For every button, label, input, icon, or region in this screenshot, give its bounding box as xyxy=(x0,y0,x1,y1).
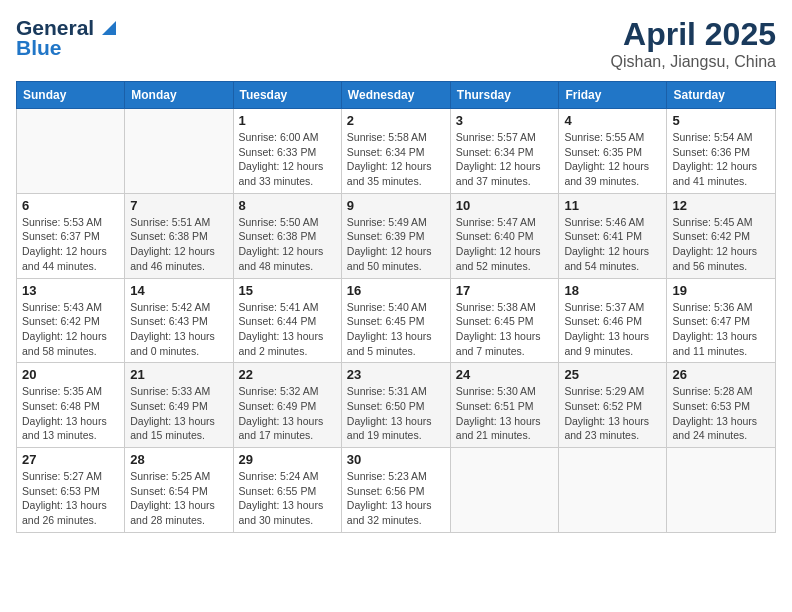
cell-sun-info: Sunrise: 5:46 AMSunset: 6:41 PMDaylight:… xyxy=(564,215,661,274)
cell-day-number: 28 xyxy=(130,452,227,467)
calendar-cell: 23Sunrise: 5:31 AMSunset: 6:50 PMDayligh… xyxy=(341,363,450,448)
cell-day-number: 12 xyxy=(672,198,770,213)
cell-day-number: 13 xyxy=(22,283,119,298)
weekday-header: Saturday xyxy=(667,82,776,109)
calendar-cell: 26Sunrise: 5:28 AMSunset: 6:53 PMDayligh… xyxy=(667,363,776,448)
calendar-cell: 4Sunrise: 5:55 AMSunset: 6:35 PMDaylight… xyxy=(559,109,667,194)
cell-day-number: 8 xyxy=(239,198,336,213)
cell-sun-info: Sunrise: 5:38 AMSunset: 6:45 PMDaylight:… xyxy=(456,300,554,359)
cell-sun-info: Sunrise: 5:35 AMSunset: 6:48 PMDaylight:… xyxy=(22,384,119,443)
cell-day-number: 29 xyxy=(239,452,336,467)
cell-day-number: 15 xyxy=(239,283,336,298)
svg-marker-0 xyxy=(102,21,116,35)
cell-sun-info: Sunrise: 5:43 AMSunset: 6:42 PMDaylight:… xyxy=(22,300,119,359)
cell-day-number: 2 xyxy=(347,113,445,128)
page-title: April 2025 xyxy=(611,16,776,53)
weekday-header: Monday xyxy=(125,82,233,109)
logo-blue: Blue xyxy=(16,36,62,60)
cell-day-number: 4 xyxy=(564,113,661,128)
calendar-cell xyxy=(559,448,667,533)
cell-sun-info: Sunrise: 5:40 AMSunset: 6:45 PMDaylight:… xyxy=(347,300,445,359)
calendar-cell: 16Sunrise: 5:40 AMSunset: 6:45 PMDayligh… xyxy=(341,278,450,363)
cell-day-number: 16 xyxy=(347,283,445,298)
page-subtitle: Qishan, Jiangsu, China xyxy=(611,53,776,71)
calendar-cell xyxy=(125,109,233,194)
calendar-week-row: 13Sunrise: 5:43 AMSunset: 6:42 PMDayligh… xyxy=(17,278,776,363)
cell-sun-info: Sunrise: 5:32 AMSunset: 6:49 PMDaylight:… xyxy=(239,384,336,443)
calendar-cell: 24Sunrise: 5:30 AMSunset: 6:51 PMDayligh… xyxy=(450,363,559,448)
calendar-cell: 10Sunrise: 5:47 AMSunset: 6:40 PMDayligh… xyxy=(450,193,559,278)
cell-day-number: 26 xyxy=(672,367,770,382)
calendar-cell: 19Sunrise: 5:36 AMSunset: 6:47 PMDayligh… xyxy=(667,278,776,363)
cell-sun-info: Sunrise: 5:30 AMSunset: 6:51 PMDaylight:… xyxy=(456,384,554,443)
calendar-cell: 21Sunrise: 5:33 AMSunset: 6:49 PMDayligh… xyxy=(125,363,233,448)
cell-day-number: 27 xyxy=(22,452,119,467)
cell-sun-info: Sunrise: 5:24 AMSunset: 6:55 PMDaylight:… xyxy=(239,469,336,528)
cell-day-number: 10 xyxy=(456,198,554,213)
calendar-cell: 2Sunrise: 5:58 AMSunset: 6:34 PMDaylight… xyxy=(341,109,450,194)
cell-sun-info: Sunrise: 5:31 AMSunset: 6:50 PMDaylight:… xyxy=(347,384,445,443)
calendar-cell xyxy=(450,448,559,533)
calendar-cell: 8Sunrise: 5:50 AMSunset: 6:38 PMDaylight… xyxy=(233,193,341,278)
calendar-cell: 22Sunrise: 5:32 AMSunset: 6:49 PMDayligh… xyxy=(233,363,341,448)
cell-day-number: 21 xyxy=(130,367,227,382)
cell-sun-info: Sunrise: 5:33 AMSunset: 6:49 PMDaylight:… xyxy=(130,384,227,443)
calendar-week-row: 1Sunrise: 6:00 AMSunset: 6:33 PMDaylight… xyxy=(17,109,776,194)
cell-sun-info: Sunrise: 5:23 AMSunset: 6:56 PMDaylight:… xyxy=(347,469,445,528)
cell-day-number: 14 xyxy=(130,283,227,298)
weekday-header: Thursday xyxy=(450,82,559,109)
calendar-cell: 27Sunrise: 5:27 AMSunset: 6:53 PMDayligh… xyxy=(17,448,125,533)
cell-day-number: 19 xyxy=(672,283,770,298)
cell-sun-info: Sunrise: 5:50 AMSunset: 6:38 PMDaylight:… xyxy=(239,215,336,274)
calendar-week-row: 6Sunrise: 5:53 AMSunset: 6:37 PMDaylight… xyxy=(17,193,776,278)
cell-sun-info: Sunrise: 5:36 AMSunset: 6:47 PMDaylight:… xyxy=(672,300,770,359)
cell-sun-info: Sunrise: 5:25 AMSunset: 6:54 PMDaylight:… xyxy=(130,469,227,528)
calendar-cell: 7Sunrise: 5:51 AMSunset: 6:38 PMDaylight… xyxy=(125,193,233,278)
cell-sun-info: Sunrise: 5:58 AMSunset: 6:34 PMDaylight:… xyxy=(347,130,445,189)
cell-day-number: 3 xyxy=(456,113,554,128)
logo-icon xyxy=(98,17,120,39)
cell-sun-info: Sunrise: 5:29 AMSunset: 6:52 PMDaylight:… xyxy=(564,384,661,443)
calendar-cell: 13Sunrise: 5:43 AMSunset: 6:42 PMDayligh… xyxy=(17,278,125,363)
calendar-cell: 25Sunrise: 5:29 AMSunset: 6:52 PMDayligh… xyxy=(559,363,667,448)
cell-day-number: 17 xyxy=(456,283,554,298)
weekday-header: Tuesday xyxy=(233,82,341,109)
cell-day-number: 23 xyxy=(347,367,445,382)
cell-sun-info: Sunrise: 5:45 AMSunset: 6:42 PMDaylight:… xyxy=(672,215,770,274)
calendar-cell: 28Sunrise: 5:25 AMSunset: 6:54 PMDayligh… xyxy=(125,448,233,533)
title-block: April 2025 Qishan, Jiangsu, China xyxy=(611,16,776,71)
weekday-header: Sunday xyxy=(17,82,125,109)
calendar-cell: 12Sunrise: 5:45 AMSunset: 6:42 PMDayligh… xyxy=(667,193,776,278)
cell-sun-info: Sunrise: 5:49 AMSunset: 6:39 PMDaylight:… xyxy=(347,215,445,274)
cell-sun-info: Sunrise: 5:37 AMSunset: 6:46 PMDaylight:… xyxy=(564,300,661,359)
cell-day-number: 11 xyxy=(564,198,661,213)
cell-sun-info: Sunrise: 5:57 AMSunset: 6:34 PMDaylight:… xyxy=(456,130,554,189)
cell-sun-info: Sunrise: 5:53 AMSunset: 6:37 PMDaylight:… xyxy=(22,215,119,274)
weekday-header: Friday xyxy=(559,82,667,109)
calendar-cell: 20Sunrise: 5:35 AMSunset: 6:48 PMDayligh… xyxy=(17,363,125,448)
cell-day-number: 30 xyxy=(347,452,445,467)
cell-day-number: 1 xyxy=(239,113,336,128)
calendar-week-row: 20Sunrise: 5:35 AMSunset: 6:48 PMDayligh… xyxy=(17,363,776,448)
logo: General Blue xyxy=(16,16,120,60)
cell-sun-info: Sunrise: 5:27 AMSunset: 6:53 PMDaylight:… xyxy=(22,469,119,528)
cell-sun-info: Sunrise: 5:41 AMSunset: 6:44 PMDaylight:… xyxy=(239,300,336,359)
calendar-cell: 1Sunrise: 6:00 AMSunset: 6:33 PMDaylight… xyxy=(233,109,341,194)
calendar-cell: 11Sunrise: 5:46 AMSunset: 6:41 PMDayligh… xyxy=(559,193,667,278)
calendar-cell: 3Sunrise: 5:57 AMSunset: 6:34 PMDaylight… xyxy=(450,109,559,194)
calendar-cell xyxy=(667,448,776,533)
cell-day-number: 18 xyxy=(564,283,661,298)
cell-day-number: 24 xyxy=(456,367,554,382)
calendar-cell xyxy=(17,109,125,194)
calendar-cell: 15Sunrise: 5:41 AMSunset: 6:44 PMDayligh… xyxy=(233,278,341,363)
cell-sun-info: Sunrise: 5:47 AMSunset: 6:40 PMDaylight:… xyxy=(456,215,554,274)
calendar-cell: 9Sunrise: 5:49 AMSunset: 6:39 PMDaylight… xyxy=(341,193,450,278)
cell-day-number: 5 xyxy=(672,113,770,128)
cell-sun-info: Sunrise: 5:54 AMSunset: 6:36 PMDaylight:… xyxy=(672,130,770,189)
calendar-cell: 17Sunrise: 5:38 AMSunset: 6:45 PMDayligh… xyxy=(450,278,559,363)
cell-day-number: 22 xyxy=(239,367,336,382)
cell-sun-info: Sunrise: 5:42 AMSunset: 6:43 PMDaylight:… xyxy=(130,300,227,359)
cell-day-number: 9 xyxy=(347,198,445,213)
calendar-cell: 29Sunrise: 5:24 AMSunset: 6:55 PMDayligh… xyxy=(233,448,341,533)
cell-day-number: 7 xyxy=(130,198,227,213)
